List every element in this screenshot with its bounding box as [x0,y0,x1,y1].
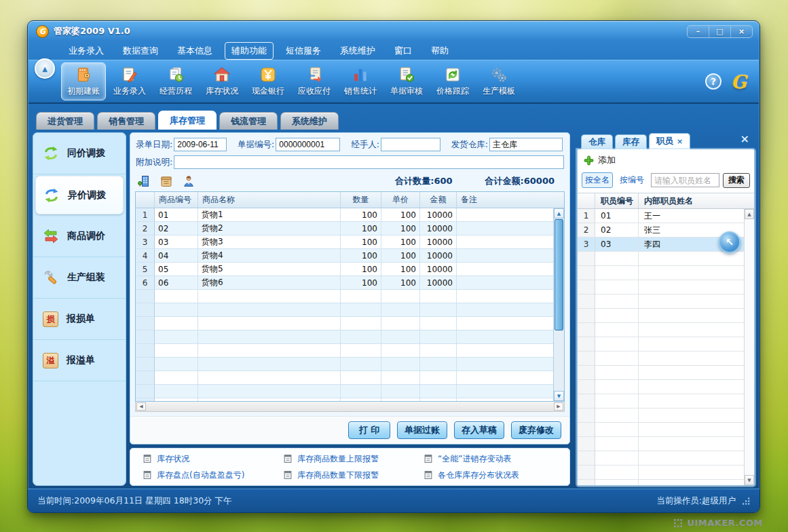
employee-row[interactable] [578,480,744,485]
table-cell[interactable] [595,337,639,352]
sidebar-item[interactable]: 损报损单 [33,299,126,340]
table-cell[interactable] [578,380,595,394]
table-cell[interactable]: 货物6 [198,276,341,290]
employee-row[interactable] [578,366,744,380]
employee-row[interactable] [578,323,744,337]
table-cell[interactable] [578,408,595,423]
table-cell[interactable] [639,280,744,294]
help-icon[interactable]: ? [705,73,721,90]
employee-row[interactable] [578,252,744,266]
table-cell[interactable] [578,280,595,294]
field-input[interactable] [276,138,340,151]
module-tab-3[interactable]: 库存管理 [158,111,217,130]
table-cell[interactable] [595,280,639,294]
filter-by-name[interactable]: 按全名 [582,172,613,188]
table-cell[interactable]: 货物5 [198,263,341,276]
table-cell[interactable]: 货物3 [198,235,341,249]
scroll-up-icon[interactable]: ▲ [554,208,564,218]
table-cell[interactable] [639,352,744,366]
table-cell[interactable] [639,423,744,437]
toolbar-item[interactable]: 初期建账 [61,62,106,100]
table-cell[interactable] [457,317,553,330]
field-input[interactable] [381,138,440,151]
toolbar-item[interactable]: 销售统计 [338,62,383,100]
table-cell[interactable] [381,358,420,371]
employee-row[interactable] [578,408,744,423]
table-cell[interactable] [198,303,341,317]
table-row[interactable] [136,317,553,330]
vertical-scrollbar[interactable]: ▲ ▼ [553,208,564,401]
table-cell[interactable] [578,266,595,280]
quick-link[interactable]: 各仓库库存分布状况表 [424,470,564,481]
table-cell[interactable] [457,344,553,358]
toolbar-item[interactable]: 现金银行 [246,62,290,100]
table-cell[interactable]: 10000 [420,222,457,235]
table-cell[interactable] [155,330,198,344]
table-cell[interactable] [381,303,420,317]
employee-row[interactable] [578,309,744,323]
table-cell[interactable] [578,437,595,451]
table-cell[interactable] [457,385,553,398]
warehouse-building-icon[interactable] [137,174,151,188]
employee-row[interactable] [578,294,744,309]
table-cell[interactable] [381,371,420,385]
search-button[interactable]: 搜索 [723,173,750,188]
sidebar-item[interactable]: 同价调拨 [33,133,126,174]
table-cell[interactable]: 2 [578,223,595,238]
sidebar-item[interactable]: 异价调拨 [35,176,124,214]
table-cell[interactable] [578,309,595,323]
action-button[interactable]: 废弃修改 [511,421,561,439]
table-cell[interactable] [155,303,198,317]
table-row[interactable] [136,303,553,317]
scroll-down-icon[interactable]: ▼ [554,391,564,401]
table-cell[interactable] [457,398,553,401]
table-cell[interactable]: 05 [155,263,198,276]
table-cell[interactable] [639,309,744,323]
table-cell[interactable] [578,252,595,266]
module-tab-1[interactable]: 进货管理 [36,112,94,130]
scroll-left-icon[interactable]: ◀ [136,402,146,411]
table-cell[interactable] [639,451,744,466]
table-cell[interactable]: 04 [155,249,198,263]
table-cell[interactable] [381,385,420,398]
table-cell[interactable] [457,249,553,263]
scroll-down-icon[interactable]: ▼ [745,475,754,485]
table-cell[interactable] [420,330,457,344]
table-cell[interactable] [198,344,341,358]
table-cell[interactable] [639,366,744,380]
table-cell[interactable] [578,352,595,366]
toolbar-item[interactable]: 经营历程 [153,62,198,100]
table-row[interactable] [136,371,553,385]
table-row[interactable]: 202货物210010010000 [136,222,553,235]
table-cell[interactable] [341,317,381,330]
scrollbar-thumb[interactable] [555,219,563,330]
table-cell[interactable]: 10000 [420,263,457,276]
table-cell[interactable] [136,398,155,401]
menu-item-1[interactable]: 业务录入 [62,42,111,60]
table-cell[interactable] [595,451,639,466]
table-cell[interactable] [420,371,457,385]
table-cell[interactable] [457,222,553,235]
table-cell[interactable] [381,330,420,344]
table-cell[interactable]: 10000 [420,235,457,249]
table-cell[interactable]: 3 [578,238,595,252]
table-row[interactable]: 404货物410010010000 [136,249,553,263]
table-row[interactable] [136,290,553,303]
employee-row[interactable] [578,380,744,394]
table-cell[interactable] [595,323,639,337]
employee-row[interactable]: 202张三 [578,223,744,238]
employee-row[interactable] [578,266,744,280]
table-cell[interactable] [420,317,457,330]
quick-link[interactable]: 库存商品数量上限报警 [283,453,424,465]
sidebar-item[interactable]: 商品调价 [33,216,126,257]
table-cell[interactable]: 6 [136,276,155,290]
table-cell[interactable]: 02 [595,223,639,238]
table-cell[interactable] [595,294,639,309]
table-cell[interactable] [198,358,341,371]
menu-item-5[interactable]: 短信服务 [279,42,328,60]
table-cell[interactable] [341,330,381,344]
employee-icon[interactable] [182,174,195,188]
menu-item-3[interactable]: 基本信息 [170,42,219,60]
sidebar-item[interactable]: 生产组装 [33,257,126,299]
table-cell[interactable]: 10000 [420,208,457,222]
